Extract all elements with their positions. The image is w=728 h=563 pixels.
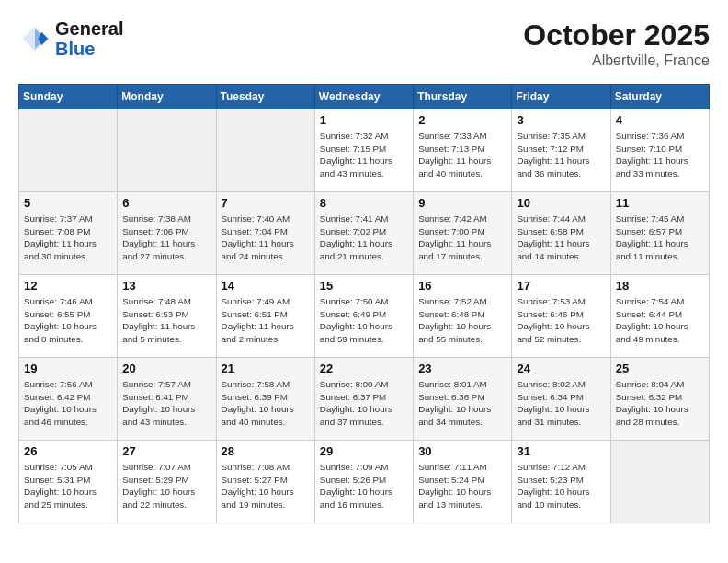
calendar-cell: 12Sunrise: 7:46 AMSunset: 6:55 PMDayligh… — [19, 275, 118, 358]
day-info: Sunrise: 7:52 AMSunset: 6:48 PMDaylight:… — [418, 295, 506, 346]
day-info: Sunrise: 8:04 AMSunset: 6:32 PMDaylight:… — [616, 378, 704, 429]
calendar-cell — [216, 109, 314, 192]
calendar-cell: 21Sunrise: 7:58 AMSunset: 6:39 PMDayligh… — [216, 358, 314, 441]
day-number: 18 — [616, 279, 704, 293]
day-number: 11 — [616, 196, 704, 210]
calendar-cell: 1Sunrise: 7:32 AMSunset: 7:15 PMDaylight… — [314, 109, 413, 192]
calendar-week-5: 26Sunrise: 7:05 AMSunset: 5:31 PMDayligh… — [19, 441, 710, 523]
day-number: 10 — [517, 196, 605, 210]
day-info: Sunrise: 7:40 AMSunset: 7:04 PMDaylight:… — [222, 213, 310, 263]
logo-icon — [18, 22, 51, 55]
title-block: October 2025 Albertville, France — [523, 18, 710, 69]
day-number: 8 — [320, 196, 408, 210]
day-info: Sunrise: 7:45 AMSunset: 6:57 PMDaylight:… — [616, 213, 704, 263]
day-number: 22 — [320, 362, 408, 375]
day-info: Sunrise: 8:02 AMSunset: 6:34 PMDaylight:… — [517, 378, 605, 429]
day-info: Sunrise: 7:37 AMSunset: 7:08 PMDaylight:… — [24, 213, 112, 263]
weekday-header-row: SundayMondayTuesdayWednesdayThursdayFrid… — [19, 85, 710, 109]
day-info: Sunrise: 7:38 AMSunset: 7:06 PMDaylight:… — [122, 213, 210, 263]
calendar-cell: 23Sunrise: 8:01 AMSunset: 6:36 PMDayligh… — [414, 358, 512, 441]
logo-text: General Blue — [55, 18, 123, 59]
calendar-cell: 31Sunrise: 7:12 AMSunset: 5:23 PMDayligh… — [512, 441, 610, 523]
day-info: Sunrise: 7:12 AMSunset: 5:23 PMDaylight:… — [517, 461, 605, 511]
day-number: 15 — [320, 279, 408, 293]
calendar-table: SundayMondayTuesdayWednesdayThursdayFrid… — [18, 84, 710, 523]
calendar-cell: 17Sunrise: 7:53 AMSunset: 6:46 PMDayligh… — [512, 275, 610, 358]
calendar-cell: 30Sunrise: 7:11 AMSunset: 5:24 PMDayligh… — [414, 441, 512, 523]
day-info: Sunrise: 8:01 AMSunset: 6:36 PMDaylight:… — [418, 378, 506, 429]
day-number: 16 — [418, 279, 506, 293]
calendar-cell: 27Sunrise: 7:07 AMSunset: 5:29 PMDayligh… — [118, 441, 216, 523]
location: Albertville, France — [523, 52, 710, 69]
calendar-cell: 22Sunrise: 8:00 AMSunset: 6:37 PMDayligh… — [314, 358, 413, 441]
day-number: 20 — [122, 362, 210, 375]
day-number: 9 — [418, 196, 506, 210]
calendar-cell: 24Sunrise: 8:02 AMSunset: 6:34 PMDayligh… — [512, 358, 610, 441]
day-number: 3 — [517, 113, 605, 127]
day-number: 23 — [418, 362, 506, 375]
weekday-header-monday: Monday — [118, 85, 216, 109]
day-info: Sunrise: 7:05 AMSunset: 5:31 PMDaylight:… — [24, 461, 112, 511]
calendar-cell: 29Sunrise: 7:09 AMSunset: 5:26 PMDayligh… — [314, 441, 413, 523]
calendar-cell: 10Sunrise: 7:44 AMSunset: 6:58 PMDayligh… — [512, 192, 610, 275]
calendar-cell — [610, 441, 709, 523]
day-info: Sunrise: 7:53 AMSunset: 6:46 PMDaylight:… — [517, 295, 605, 346]
calendar-cell: 5Sunrise: 7:37 AMSunset: 7:08 PMDaylight… — [19, 192, 118, 275]
calendar-cell: 25Sunrise: 8:04 AMSunset: 6:32 PMDayligh… — [610, 358, 709, 441]
day-info: Sunrise: 7:56 AMSunset: 6:42 PMDaylight:… — [24, 378, 112, 429]
day-number: 25 — [616, 362, 704, 375]
calendar-cell: 19Sunrise: 7:56 AMSunset: 6:42 PMDayligh… — [19, 358, 118, 441]
day-info: Sunrise: 7:07 AMSunset: 5:29 PMDaylight:… — [122, 461, 210, 511]
calendar-cell: 11Sunrise: 7:45 AMSunset: 6:57 PMDayligh… — [610, 192, 709, 275]
calendar-cell: 8Sunrise: 7:41 AMSunset: 7:02 PMDaylight… — [314, 192, 413, 275]
calendar-cell — [118, 109, 216, 192]
weekday-header-tuesday: Tuesday — [216, 85, 314, 109]
calendar-week-2: 5Sunrise: 7:37 AMSunset: 7:08 PMDaylight… — [19, 192, 710, 275]
calendar-week-4: 19Sunrise: 7:56 AMSunset: 6:42 PMDayligh… — [19, 358, 710, 441]
day-info: Sunrise: 7:41 AMSunset: 7:02 PMDaylight:… — [320, 213, 408, 263]
calendar-cell: 4Sunrise: 7:36 AMSunset: 7:10 PMDaylight… — [610, 109, 709, 192]
day-number: 27 — [122, 444, 210, 458]
day-number: 5 — [24, 196, 112, 210]
calendar-cell: 18Sunrise: 7:54 AMSunset: 6:44 PMDayligh… — [610, 275, 709, 358]
day-info: Sunrise: 7:58 AMSunset: 6:39 PMDaylight:… — [222, 378, 310, 429]
day-info: Sunrise: 7:36 AMSunset: 7:10 PMDaylight:… — [616, 130, 704, 180]
day-info: Sunrise: 7:50 AMSunset: 6:49 PMDaylight:… — [320, 295, 408, 346]
day-number: 28 — [222, 444, 310, 458]
calendar-cell: 2Sunrise: 7:33 AMSunset: 7:13 PMDaylight… — [414, 109, 512, 192]
day-info: Sunrise: 7:48 AMSunset: 6:53 PMDaylight:… — [122, 295, 210, 346]
calendar-week-1: 1Sunrise: 7:32 AMSunset: 7:15 PMDaylight… — [19, 109, 710, 192]
day-number: 17 — [517, 279, 605, 293]
day-number: 1 — [320, 113, 408, 127]
day-number: 29 — [320, 444, 408, 458]
day-info: Sunrise: 7:57 AMSunset: 6:41 PMDaylight:… — [122, 378, 210, 429]
day-info: Sunrise: 7:42 AMSunset: 7:00 PMDaylight:… — [418, 213, 506, 263]
day-number: 12 — [24, 279, 112, 293]
weekday-header-thursday: Thursday — [414, 85, 512, 109]
day-number: 2 — [418, 113, 506, 127]
day-number: 24 — [517, 362, 605, 375]
day-info: Sunrise: 7:33 AMSunset: 7:13 PMDaylight:… — [418, 130, 506, 180]
calendar-cell: 13Sunrise: 7:48 AMSunset: 6:53 PMDayligh… — [118, 275, 216, 358]
weekday-header-sunday: Sunday — [19, 85, 118, 109]
calendar-cell: 15Sunrise: 7:50 AMSunset: 6:49 PMDayligh… — [314, 275, 413, 358]
day-info: Sunrise: 7:32 AMSunset: 7:15 PMDaylight:… — [320, 130, 408, 180]
day-number: 30 — [418, 444, 506, 458]
day-info: Sunrise: 7:54 AMSunset: 6:44 PMDaylight:… — [616, 295, 704, 346]
month-title: October 2025 — [523, 18, 710, 52]
weekday-header-friday: Friday — [512, 85, 610, 109]
day-info: Sunrise: 7:08 AMSunset: 5:27 PMDaylight:… — [222, 461, 310, 511]
calendar-body: 1Sunrise: 7:32 AMSunset: 7:15 PMDaylight… — [19, 109, 710, 523]
logo: General Blue — [18, 18, 123, 59]
calendar-cell: 16Sunrise: 7:52 AMSunset: 6:48 PMDayligh… — [414, 275, 512, 358]
calendar-cell: 28Sunrise: 7:08 AMSunset: 5:27 PMDayligh… — [216, 441, 314, 523]
day-info: Sunrise: 7:49 AMSunset: 6:51 PMDaylight:… — [222, 295, 310, 346]
day-info: Sunrise: 7:09 AMSunset: 5:26 PMDaylight:… — [320, 461, 408, 511]
weekday-header-wednesday: Wednesday — [314, 85, 413, 109]
day-number: 26 — [24, 444, 112, 458]
calendar-cell: 3Sunrise: 7:35 AMSunset: 7:12 PMDaylight… — [512, 109, 610, 192]
day-info: Sunrise: 7:35 AMSunset: 7:12 PMDaylight:… — [517, 130, 605, 180]
day-info: Sunrise: 7:46 AMSunset: 6:55 PMDaylight:… — [24, 295, 112, 346]
calendar-cell: 9Sunrise: 7:42 AMSunset: 7:00 PMDaylight… — [414, 192, 512, 275]
day-number: 21 — [222, 362, 310, 375]
